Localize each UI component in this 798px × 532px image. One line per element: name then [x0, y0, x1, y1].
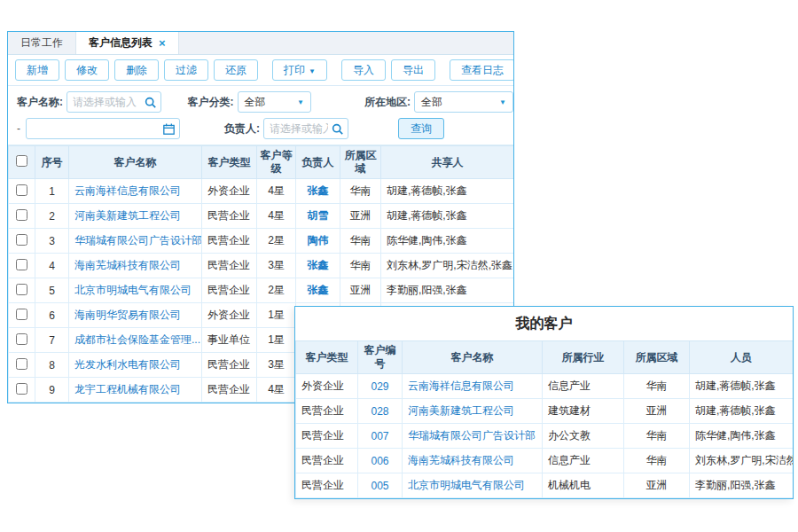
category-select[interactable]: 全部 ▼	[238, 91, 311, 113]
customer-level-cell: 1星	[257, 303, 296, 328]
owner-link[interactable]: 胡雪	[296, 204, 340, 229]
row-no: 2	[35, 204, 69, 229]
region-cell: 华南	[624, 424, 690, 449]
owner-link[interactable]: 陶伟	[296, 229, 340, 254]
date-range-separator: -	[17, 122, 20, 135]
owner-link[interactable]: 张鑫	[296, 254, 340, 278]
close-tab-icon[interactable]: ×	[159, 37, 166, 49]
header-customer-type: 客户类型	[202, 146, 257, 179]
search-icon[interactable]	[332, 123, 343, 135]
row-checkbox[interactable]	[16, 234, 27, 246]
table-row: 5 北京市明城电气有限公司 民营企业 2星 张鑫 亚洲 李勤丽,阳强,张鑫	[9, 278, 514, 303]
people-cell: 陈华健,陶伟,张鑫	[690, 424, 794, 449]
select-all-checkbox[interactable]	[16, 155, 27, 167]
customer-name-link[interactable]: 成都市社会保险基金管理...	[69, 328, 202, 353]
table-row: 3 华瑞城有限公司广告设计部 民营企业 2星 陶伟 华南 陈华健,陶伟,张鑫	[9, 229, 514, 254]
row-checkbox[interactable]	[16, 333, 27, 345]
header-customer-name: 客户名称	[403, 341, 543, 374]
customer-name-link[interactable]: 北京市明城电气有限公司	[69, 278, 202, 303]
chevron-down-icon: ▼	[309, 67, 316, 75]
customer-name-link[interactable]: 河南美新建筑工程公司	[403, 399, 543, 424]
customer-type-cell: 外资企业	[202, 303, 257, 328]
row-no: 5	[35, 278, 69, 303]
header-customer-level: 客户等级	[257, 146, 296, 179]
row-checkbox[interactable]	[16, 259, 27, 270]
customer-name-link[interactable]: 光发水利水电有限公司	[69, 353, 202, 378]
customer-type-cell: 民营企业	[202, 353, 257, 378]
export-button[interactable]: 导出	[391, 59, 435, 81]
row-checkbox[interactable]	[16, 309, 27, 320]
customer-type-cell: 事业单位	[202, 328, 257, 353]
region-cell: 华南	[340, 254, 381, 278]
customer-level-cell: 3星	[257, 353, 296, 378]
customer-name-link[interactable]: 海南明华贸易有限公司	[69, 303, 202, 328]
print-button[interactable]: 打印▼	[272, 59, 327, 81]
shared-cell: 刘东林,罗广明,宋洁然,张鑫	[381, 254, 514, 278]
customer-code-link[interactable]: 028	[358, 399, 403, 424]
customer-name-link[interactable]: 海南芜城科技有限公司	[69, 254, 202, 278]
customer-name-link[interactable]: 河南美新建筑工程公司	[69, 204, 202, 229]
customer-code-link[interactable]: 029	[358, 374, 403, 399]
query-button[interactable]: 查询	[398, 118, 444, 139]
owner-label: 负责人:	[224, 121, 260, 137]
region-select[interactable]: 全部 ▼	[414, 91, 513, 113]
delete-button[interactable]: 删除	[114, 59, 159, 81]
customer-name-link[interactable]: 云南海祥信息有限公司	[69, 179, 202, 204]
customer-name-link[interactable]: 龙宇工程机械有限公司	[69, 378, 202, 403]
region-cell: 亚洲	[340, 204, 381, 229]
table-header-row: 序号 客户名称 客户类型 客户等级 负责人 所属区域 共享人	[9, 146, 514, 179]
filter-row-1: 客户名称: 客户分类: 全部 ▼ 所在地区: 全部 ▼	[17, 89, 513, 115]
region-cell: 华南	[340, 179, 381, 204]
customer-name-link[interactable]: 云南海祥信息有限公司	[403, 374, 543, 399]
customer-type-cell: 民营企业	[296, 449, 358, 473]
table-row: 外资企业 029 云南海祥信息有限公司 信息产业 华南 胡建,蒋德帧,张鑫	[296, 374, 794, 399]
row-checkbox[interactable]	[16, 184, 27, 196]
tab-customer-list[interactable]: 客户信息列表 ×	[76, 32, 179, 54]
table-row: 民营企业 005 北京市明城电气有限公司 机械机电 亚洲 李勤丽,阳强,张鑫	[296, 473, 794, 498]
customer-name-link[interactable]: 华瑞城有限公司广告设计部	[403, 424, 543, 449]
header-industry: 所属行业	[543, 341, 624, 374]
customer-name-link[interactable]: 华瑞城有限公司广告设计部	[69, 229, 202, 254]
print-button-label: 打印	[284, 64, 305, 76]
customer-name-link[interactable]: 北京市明城电气有限公司	[403, 473, 543, 498]
customer-level-cell: 2星	[257, 278, 296, 303]
row-checkbox[interactable]	[16, 284, 27, 295]
region-cell: 亚洲	[624, 399, 690, 424]
region-cell: 亚洲	[340, 278, 381, 303]
row-checkbox[interactable]	[16, 209, 27, 221]
search-icon[interactable]	[145, 97, 156, 108]
customer-code-link[interactable]: 006	[358, 449, 403, 473]
region-cell: 亚洲	[624, 473, 690, 498]
customer-type-cell: 外资企业	[296, 374, 358, 399]
import-button[interactable]: 导入	[341, 59, 386, 81]
people-cell: 刘东林,罗广明,宋洁然...	[690, 449, 794, 473]
view-log-button[interactable]: 查看日志	[450, 59, 514, 81]
row-checkbox[interactable]	[16, 383, 27, 395]
header-owner: 负责人	[296, 146, 340, 179]
date-input[interactable]	[27, 119, 179, 138]
customer-name-link[interactable]: 海南芜城科技有限公司	[403, 449, 543, 473]
region-cell: 华南	[340, 229, 381, 254]
customer-level-cell: 1星	[257, 328, 296, 353]
customer-code-link[interactable]: 005	[358, 473, 403, 498]
edit-button[interactable]: 修改	[65, 59, 109, 81]
my-customers-title: 我的客户	[295, 307, 793, 340]
filter-row-2: - 负责人: 查询	[17, 115, 513, 142]
table-row: 1 云南海祥信息有限公司 外资企业 4星 张鑫 华南 胡建,蒋德帧,张鑫	[9, 179, 514, 204]
row-checkbox[interactable]	[16, 358, 27, 370]
category-select-value: 全部	[245, 95, 266, 110]
row-no: 4	[35, 254, 69, 278]
customer-type-cell: 民营企业	[202, 278, 257, 303]
calendar-icon[interactable]	[163, 123, 175, 135]
date-box	[26, 118, 180, 139]
tab-daily-work[interactable]: 日常工作	[8, 32, 76, 54]
customer-level-cell: 2星	[257, 229, 296, 254]
chevron-down-icon: ▼	[297, 98, 304, 106]
filter-button[interactable]: 过滤	[164, 59, 208, 81]
owner-link[interactable]: 张鑫	[296, 179, 340, 204]
customer-code-link[interactable]: 007	[358, 424, 403, 449]
restore-button[interactable]: 还原	[214, 59, 258, 81]
table-header-row: 客户类型 客户编号 客户名称 所属行业 所属区域 人员	[296, 341, 794, 374]
owner-link[interactable]: 张鑫	[296, 278, 340, 303]
add-button[interactable]: 新增	[15, 59, 59, 81]
